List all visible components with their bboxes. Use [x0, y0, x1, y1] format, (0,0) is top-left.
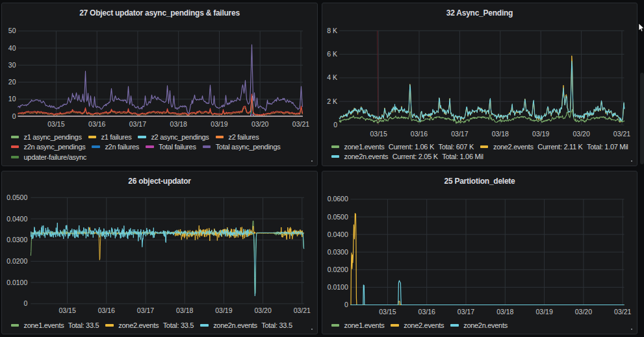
svg-text:03/16: 03/16 — [88, 120, 105, 128]
svg-text:0.0500: 0.0500 — [328, 213, 348, 221]
svg-text:03/21: 03/21 — [294, 306, 311, 314]
svg-text:50: 50 — [8, 27, 16, 34]
svg-text:03/20: 03/20 — [254, 306, 271, 314]
svg-text:0.0200: 0.0200 — [328, 266, 348, 273]
svg-text:03/16: 03/16 — [411, 130, 428, 138]
svg-text:0.0300: 0.0300 — [328, 248, 348, 256]
svg-text:03/21: 03/21 — [613, 130, 630, 138]
svg-text:03/20: 03/20 — [251, 120, 268, 128]
svg-text:03/19: 03/19 — [211, 120, 227, 128]
svg-text:03/18: 03/18 — [170, 120, 187, 128]
svg-text:30: 30 — [8, 61, 16, 69]
svg-text:03/19: 03/19 — [532, 130, 549, 138]
svg-text:03/18: 03/18 — [496, 308, 513, 316]
svg-text:03/15: 03/15 — [47, 120, 64, 128]
svg-text:0.0100: 0.0100 — [328, 283, 348, 291]
svg-text:6 K: 6 K — [327, 50, 337, 58]
svg-text:03/19: 03/19 — [215, 306, 232, 314]
svg-text:0.0400: 0.0400 — [328, 231, 348, 238]
svg-text:03/16: 03/16 — [419, 308, 435, 316]
svg-text:03/17: 03/17 — [129, 120, 146, 128]
svg-text:03/18: 03/18 — [176, 306, 193, 314]
svg-text:03/20: 03/20 — [573, 130, 589, 138]
svg-text:8 K: 8 K — [327, 27, 337, 34]
svg-text:0.0500: 0.0500 — [6, 193, 27, 201]
svg-text:0.0300: 0.0300 — [6, 236, 27, 243]
svg-text:03/17: 03/17 — [457, 308, 474, 316]
svg-text:20: 20 — [8, 78, 16, 86]
svg-text:0: 0 — [12, 112, 16, 120]
svg-text:0: 0 — [333, 121, 337, 129]
svg-text:0.0400: 0.0400 — [6, 215, 27, 223]
svg-text:4 K: 4 K — [327, 73, 337, 81]
svg-text:03/16: 03/16 — [98, 306, 115, 314]
svg-text:0.0100: 0.0100 — [6, 279, 27, 286]
svg-text:03/19: 03/19 — [535, 308, 552, 316]
svg-text:03/15: 03/15 — [379, 308, 396, 316]
svg-text:03/21: 03/21 — [292, 120, 309, 128]
svg-text:03/17: 03/17 — [451, 130, 468, 138]
svg-text:0.0200: 0.0200 — [6, 257, 27, 265]
svg-text:03/21: 03/21 — [614, 308, 631, 316]
svg-text:03/20: 03/20 — [575, 308, 592, 316]
svg-text:0.0600: 0.0600 — [328, 195, 348, 203]
svg-text:0: 0 — [344, 301, 348, 308]
svg-text:40: 40 — [8, 44, 16, 52]
svg-text:0: 0 — [23, 299, 27, 307]
svg-text:10: 10 — [8, 95, 16, 103]
svg-text:03/15: 03/15 — [58, 306, 75, 314]
svg-text:03/17: 03/17 — [137, 306, 154, 314]
svg-text:2 K: 2 K — [327, 97, 337, 105]
svg-text:03/18: 03/18 — [492, 130, 509, 138]
svg-text:03/15: 03/15 — [370, 130, 387, 138]
